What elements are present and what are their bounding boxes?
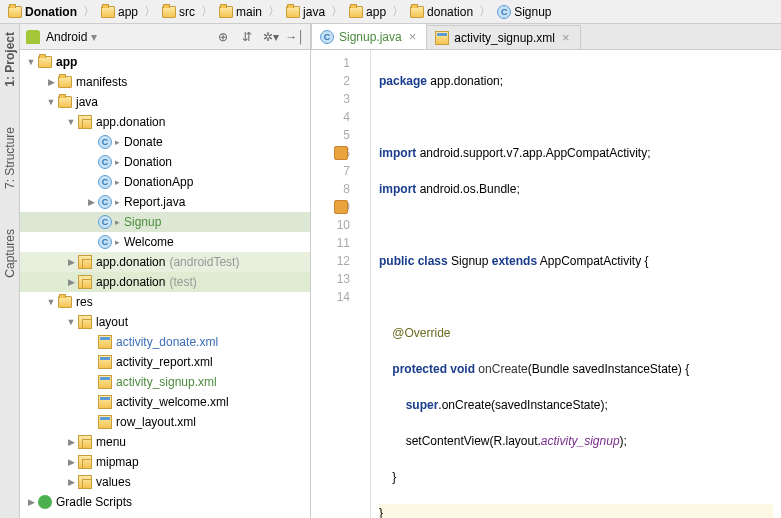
bc-donation2[interactable]: donation [406, 5, 477, 19]
tab-signup[interactable]: CSignup.java× [311, 24, 427, 49]
tree-act-welcome[interactable]: activity_welcome.xml [20, 392, 310, 412]
bc-app2[interactable]: app [345, 5, 390, 19]
tree-res[interactable]: ▼res [20, 292, 310, 312]
side-tab-project[interactable]: 1: Project [3, 32, 17, 87]
tree-manifests[interactable]: ▶manifests [20, 72, 310, 92]
bc-app[interactable]: app [97, 5, 142, 19]
tree-act-donate[interactable]: activity_donate.xml [20, 332, 310, 352]
tool-window-bar: 1: Project 7: Structure Captures [0, 24, 20, 518]
package-icon [78, 435, 92, 449]
folder-icon [286, 6, 300, 18]
tree-signup[interactable]: C▸Signup [20, 212, 310, 232]
breadcrumb: Donation〉 app〉 src〉 main〉 java〉 app〉 don… [0, 0, 781, 24]
chevron-right-icon: ▶ [64, 477, 78, 487]
panel-header: Android ▾ ⊕ ⇵ ✲▾ →│ [20, 24, 310, 50]
class-icon: C [98, 155, 112, 169]
tree-report[interactable]: ▶C▸Report.java [20, 192, 310, 212]
settings-button[interactable]: ✲▾ [262, 28, 280, 46]
project-tree[interactable]: ▼app ▶manifests ▼java ▼app.donation C▸Do… [20, 50, 310, 518]
xml-icon [98, 335, 112, 349]
class-icon: C [98, 215, 112, 229]
chevron-down-icon: ▼ [64, 317, 78, 327]
tree-menu[interactable]: ▶menu [20, 432, 310, 452]
chevron-right-icon: 〉 [390, 3, 406, 20]
chevron-right-icon: 〉 [142, 3, 158, 20]
gutter: 12345 6 78 9 1011121314 [311, 50, 371, 518]
tree-donate[interactable]: C▸Donate [20, 132, 310, 152]
chevron-right-icon: ▶ [64, 257, 78, 267]
package-icon [78, 475, 92, 489]
chevron-right-icon: ▶ [64, 457, 78, 467]
xml-icon [98, 375, 112, 389]
package-icon [78, 455, 92, 469]
folder-icon [101, 6, 115, 18]
class-icon: C [320, 30, 334, 44]
class-usage-icon[interactable] [334, 146, 348, 160]
folder-icon [219, 6, 233, 18]
folder-icon [58, 76, 72, 88]
tree-pkg[interactable]: ▼app.donation [20, 112, 310, 132]
chevron-right-icon: ▶ [24, 497, 38, 507]
tree-act-report[interactable]: activity_report.xml [20, 352, 310, 372]
tree-pkg-androidtest[interactable]: ▶app.donation (androidTest) [20, 252, 310, 272]
tree-java[interactable]: ▼java [20, 92, 310, 112]
chevron-down-icon: ▼ [44, 297, 58, 307]
folder-icon [349, 6, 363, 18]
bc-donation[interactable]: Donation [4, 5, 81, 19]
gradle-icon [38, 495, 52, 509]
chevron-right-icon: 〉 [266, 3, 282, 20]
side-tab-captures[interactable]: Captures [3, 229, 17, 278]
bc-signup[interactable]: CSignup [493, 5, 555, 19]
side-tab-structure[interactable]: 7: Structure [3, 127, 17, 189]
panel-title[interactable]: Android ▾ [46, 30, 208, 44]
android-icon [26, 30, 40, 44]
folder-icon [58, 96, 72, 108]
chevron-right-icon: 〉 [199, 3, 215, 20]
tree-donationapp[interactable]: C▸DonationApp [20, 172, 310, 192]
package-icon [78, 315, 92, 329]
bc-main[interactable]: main [215, 5, 266, 19]
tree-values[interactable]: ▶values [20, 472, 310, 492]
tree-gradle[interactable]: ▶Gradle Scripts [20, 492, 310, 512]
xml-icon [435, 31, 449, 45]
chevron-right-icon: 〉 [329, 3, 345, 20]
chevron-right-icon: ▶ [64, 437, 78, 447]
folder-icon [410, 6, 424, 18]
package-icon [78, 115, 92, 129]
close-icon[interactable]: × [407, 29, 419, 44]
chevron-down-icon: ▼ [24, 57, 38, 67]
chevron-right-icon: ▶ [64, 277, 78, 287]
tree-pkg-test[interactable]: ▶app.donation (test) [20, 272, 310, 292]
bc-src[interactable]: src [158, 5, 199, 19]
tab-activity-signup[interactable]: activity_signup.xml× [426, 25, 580, 49]
chevron-right-icon: ▶ [84, 197, 98, 207]
package-icon [78, 275, 92, 289]
package-icon [78, 255, 92, 269]
class-icon: C [98, 135, 112, 149]
chevron-right-icon: ▶ [44, 77, 58, 87]
override-icon[interactable] [334, 200, 348, 214]
hide-button[interactable]: →│ [286, 28, 304, 46]
module-icon [38, 56, 52, 68]
tree-app[interactable]: ▼app [20, 52, 310, 72]
code-area[interactable]: 12345 6 78 9 1011121314 package app.dona… [311, 50, 781, 518]
editor: CSignup.java× activity_signup.xml× 12345… [311, 24, 781, 518]
class-icon: C [98, 195, 112, 209]
tree-act-signup[interactable]: activity_signup.xml [20, 372, 310, 392]
close-icon[interactable]: × [560, 30, 572, 45]
bc-java[interactable]: java [282, 5, 329, 19]
chevron-right-icon: 〉 [81, 3, 97, 20]
tree-welcome[interactable]: C▸Welcome [20, 232, 310, 252]
class-icon: C [98, 175, 112, 189]
xml-icon [98, 355, 112, 369]
code-content[interactable]: package app.donation; import android.sup… [371, 50, 781, 518]
editor-tabs: CSignup.java× activity_signup.xml× [311, 24, 781, 50]
tree-donation[interactable]: C▸Donation [20, 152, 310, 172]
tree-mipmap[interactable]: ▶mipmap [20, 452, 310, 472]
locate-button[interactable]: ⊕ [214, 28, 232, 46]
tree-row-layout[interactable]: row_layout.xml [20, 412, 310, 432]
folder-icon [8, 6, 22, 18]
collapse-button[interactable]: ⇵ [238, 28, 256, 46]
tree-layout[interactable]: ▼layout [20, 312, 310, 332]
chevron-right-icon: 〉 [477, 3, 493, 20]
